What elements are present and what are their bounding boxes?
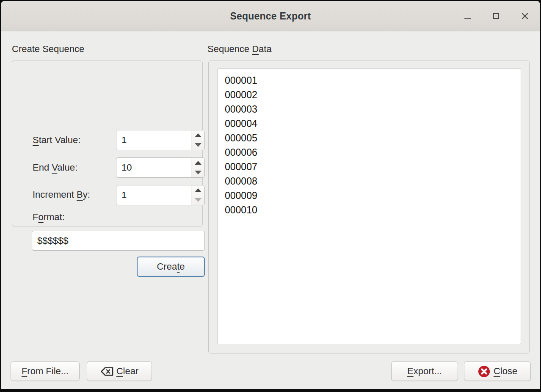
label-text: End — [33, 162, 52, 173]
label-text: xport... — [414, 366, 442, 376]
end-value-spinbox — [116, 157, 205, 178]
increment-by-input[interactable] — [116, 185, 191, 205]
label-text: Sequence — [207, 44, 252, 54]
create-button[interactable]: Create — [137, 257, 205, 277]
start-value-spin-up[interactable] — [191, 130, 204, 140]
label-text: y: — [83, 189, 90, 200]
arrow-up-icon — [195, 161, 201, 165]
sequence-list-item[interactable]: 000006 — [225, 145, 521, 160]
label-mnemonic: B — [77, 189, 83, 200]
sequence-list-item[interactable]: 000004 — [225, 116, 521, 131]
increment-by-label: Increment By: — [33, 189, 90, 200]
clear-button-label: Clear — [116, 366, 139, 377]
sequence-data-label: Sequence Data — [207, 44, 272, 55]
label-text: Increment — [33, 189, 77, 200]
from-file-button[interactable]: From File... — [11, 362, 80, 381]
create-sequence-label: Create Sequence — [12, 44, 84, 55]
label-text: lear — [123, 366, 139, 376]
label-text: Crea — [157, 261, 177, 272]
label-mnemonic: V — [52, 162, 57, 173]
label-text: rom File... — [27, 366, 69, 376]
label-text: F — [33, 212, 38, 222]
sequence-list-item[interactable]: 000008 — [225, 174, 521, 188]
start-value-input[interactable] — [116, 130, 191, 150]
increment-by-spin-buttons — [191, 185, 204, 205]
minimize-icon — [464, 18, 471, 19]
red-close-icon — [478, 365, 491, 378]
sequence-export-dialog: Sequence Export Create Sequence Start Va… — [1, 1, 540, 389]
start-value-spin-down[interactable] — [191, 140, 204, 150]
start-value-label: Start Value: — [33, 135, 80, 146]
label-mnemonic: D — [252, 44, 259, 54]
format-label: Format: — [33, 212, 65, 223]
arrow-down-icon — [195, 143, 201, 147]
close-button-label: Close — [494, 366, 517, 377]
arrow-down-icon — [195, 171, 201, 174]
sequence-list-item[interactable]: 000007 — [225, 160, 521, 174]
label-mnemonic: S — [33, 135, 39, 145]
end-value-label: End Value: — [33, 162, 77, 173]
close-button[interactable]: Close — [464, 362, 531, 381]
arrow-up-icon — [195, 133, 201, 137]
label-text: rmat: — [44, 212, 65, 222]
sequence-list-item[interactable]: 000009 — [225, 188, 521, 203]
format-input[interactable] — [32, 231, 205, 251]
end-value-input[interactable] — [116, 158, 191, 177]
end-value-spin-down[interactable] — [191, 168, 204, 177]
arrow-down-icon — [195, 198, 201, 202]
label-text: alue: — [57, 162, 77, 173]
increment-by-spin-down[interactable] — [191, 195, 204, 205]
maximize-icon — [493, 13, 499, 19]
minimize-button[interactable] — [461, 10, 473, 22]
arrow-up-icon — [195, 188, 201, 192]
titlebar[interactable]: Sequence Export — [1, 1, 540, 31]
label-mnemonic: F — [22, 366, 27, 376]
window-controls — [461, 1, 531, 31]
label-mnemonic: C — [116, 366, 123, 376]
sequence-list[interactable]: 000001 000002 000003 000004 000005 00000… — [218, 69, 521, 344]
label-text: lose — [500, 366, 517, 376]
maximize-button[interactable] — [490, 10, 502, 22]
clear-button[interactable]: Clear — [87, 362, 152, 381]
create-sequence-group: Start Value: End Value: — [12, 61, 203, 226]
start-value-spinbox — [116, 130, 205, 150]
sequence-list-item[interactable]: 000003 — [225, 102, 521, 116]
label-mnemonic: o — [38, 212, 43, 222]
backspace-clear-icon — [100, 366, 113, 377]
label-mnemonic: E — [407, 366, 414, 376]
create-button-label: Create — [157, 261, 185, 272]
end-value-spin-buttons — [191, 158, 204, 177]
close-icon — [521, 12, 529, 20]
end-value-spin-up[interactable] — [191, 158, 204, 168]
sequence-list-item[interactable]: 000001 — [225, 73, 521, 88]
increment-by-spin-up[interactable] — [191, 185, 204, 195]
from-file-button-label: From File... — [22, 366, 69, 377]
window-close-button[interactable] — [519, 10, 531, 22]
export-button-label: Export... — [407, 366, 442, 377]
sequence-list-item[interactable]: 000002 — [225, 88, 521, 102]
sequence-list-item[interactable]: 000005 — [225, 131, 521, 145]
label-text: e — [179, 261, 185, 272]
sequence-list-item[interactable]: 000010 — [225, 203, 521, 217]
start-value-spin-buttons — [191, 130, 204, 150]
label-mnemonic: C — [494, 366, 500, 376]
increment-by-spinbox — [116, 185, 205, 205]
export-button[interactable]: Export... — [391, 362, 458, 381]
label-text: tart Value: — [39, 135, 81, 145]
window-title: Sequence Export — [1, 1, 540, 31]
label-text: ata — [259, 44, 272, 54]
